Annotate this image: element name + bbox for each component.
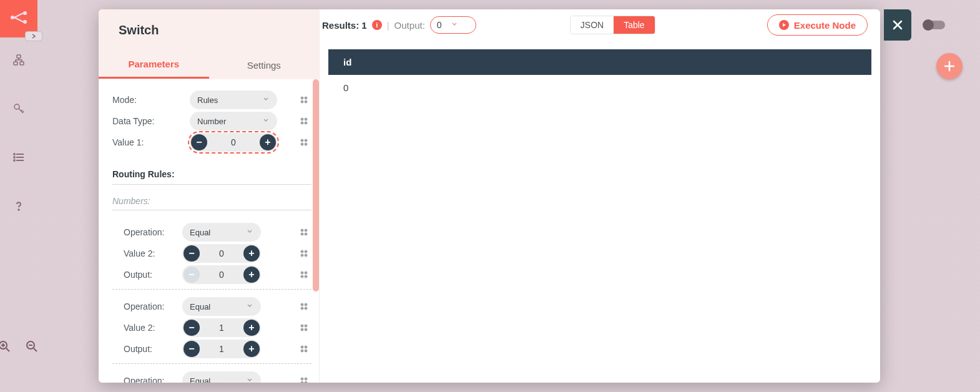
sidebar-expand-handle[interactable] bbox=[25, 31, 42, 41]
panel-body[interactable]: Mode: Rules Data Type: Number Value 1: bbox=[99, 79, 319, 383]
operation-select-2[interactable]: Equal bbox=[182, 371, 261, 383]
svg-point-45 bbox=[301, 346, 303, 348]
operation-gear-icon[interactable] bbox=[296, 376, 311, 383]
svg-point-50 bbox=[305, 378, 307, 380]
output-index-select[interactable]: 0 bbox=[430, 16, 476, 34]
svg-rect-4 bbox=[14, 62, 17, 65]
value2-decrement[interactable]: − bbox=[184, 245, 200, 262]
svg-point-46 bbox=[305, 346, 307, 348]
scrollbar-thumb[interactable] bbox=[313, 79, 319, 292]
key-icon[interactable] bbox=[11, 101, 26, 116]
chevron-down-icon bbox=[246, 302, 253, 311]
node-editor-modal: Switch Parameters Settings Mode: Rules D… bbox=[99, 9, 880, 383]
svg-rect-5 bbox=[20, 62, 24, 65]
output-decrement[interactable]: − bbox=[184, 341, 200, 357]
operation-select-1[interactable]: Equal bbox=[182, 297, 261, 316]
operation-gear-icon[interactable] bbox=[296, 227, 311, 237]
tab-parameters[interactable]: Parameters bbox=[99, 51, 209, 79]
workflow-icon bbox=[9, 10, 28, 27]
svg-point-40 bbox=[305, 307, 307, 310]
value2-stepper-0[interactable]: − 0 + bbox=[182, 244, 261, 263]
zoom-out-icon[interactable] bbox=[25, 340, 40, 355]
view-toggle: JSON Table bbox=[570, 16, 655, 34]
svg-point-10 bbox=[18, 209, 19, 210]
value1-decrement[interactable]: − bbox=[191, 134, 207, 150]
svg-point-6 bbox=[14, 104, 19, 109]
tab-settings[interactable]: Settings bbox=[209, 51, 320, 79]
help-icon[interactable] bbox=[11, 198, 26, 213]
table-row[interactable]: 0 bbox=[328, 75, 871, 100]
view-table-button[interactable]: Table bbox=[614, 16, 654, 34]
chevron-down-icon bbox=[246, 376, 253, 383]
output-label: Output: bbox=[112, 270, 182, 280]
value2-decrement[interactable]: − bbox=[184, 320, 200, 336]
rule-block-2: Operation: Equal bbox=[112, 370, 311, 383]
svg-point-24 bbox=[305, 143, 307, 145]
output-gear-icon[interactable] bbox=[296, 270, 311, 280]
value2-increment[interactable]: + bbox=[243, 320, 260, 336]
value2-gear-icon[interactable] bbox=[296, 248, 311, 258]
svg-point-43 bbox=[301, 328, 303, 331]
section-divider bbox=[112, 184, 311, 185]
datatype-options-gear-icon[interactable] bbox=[296, 116, 311, 126]
output-value[interactable]: 1 bbox=[201, 344, 242, 354]
node-title: Switch bbox=[99, 23, 319, 37]
svg-point-48 bbox=[305, 350, 307, 352]
value1-options-gear-icon[interactable] bbox=[296, 137, 311, 147]
svg-point-38 bbox=[305, 303, 307, 306]
mode-select[interactable]: Rules bbox=[190, 91, 277, 109]
output-stepper-0[interactable]: − 0 + bbox=[182, 265, 261, 284]
value1-stepper[interactable]: − 0 + bbox=[190, 133, 277, 152]
chevron-down-icon bbox=[262, 117, 270, 126]
results-label: Results: bbox=[322, 20, 359, 31]
mode-options-gear-icon[interactable] bbox=[296, 95, 311, 105]
output-increment[interactable]: + bbox=[243, 267, 260, 283]
rule-separator bbox=[112, 363, 311, 364]
list-icon[interactable] bbox=[11, 150, 26, 165]
svg-point-42 bbox=[305, 325, 307, 327]
app-logo-tile[interactable] bbox=[0, 0, 37, 37]
add-node-button[interactable] bbox=[936, 53, 963, 79]
value2-value[interactable]: 1 bbox=[201, 323, 242, 333]
svg-point-16 bbox=[305, 100, 307, 103]
output-gear-icon[interactable] bbox=[296, 344, 311, 354]
results-count: 1 bbox=[361, 20, 366, 31]
svg-point-25 bbox=[301, 229, 303, 232]
rule-block-0: Operation: Equal Value 2: − 0 + bbox=[112, 222, 311, 285]
value1-value[interactable]: 0 bbox=[208, 137, 258, 147]
svg-point-8 bbox=[14, 157, 15, 158]
svg-point-52 bbox=[305, 381, 307, 383]
output-label: Output: bbox=[394, 20, 425, 31]
mode-value: Rules bbox=[197, 96, 218, 105]
hierarchy-icon[interactable] bbox=[11, 52, 26, 67]
execute-node-button[interactable]: Execute Node bbox=[767, 14, 868, 36]
svg-point-34 bbox=[305, 272, 307, 274]
operation-select-0[interactable]: Equal bbox=[182, 223, 261, 242]
rule-block-1: Operation: Equal Value 2: − 1 + bbox=[112, 296, 311, 360]
rule-separator bbox=[112, 289, 311, 290]
value2-increment[interactable]: + bbox=[243, 245, 260, 262]
svg-point-35 bbox=[301, 275, 303, 278]
pipe-divider: | bbox=[387, 20, 390, 31]
app-sidebar bbox=[0, 0, 37, 392]
operation-gear-icon[interactable] bbox=[296, 301, 311, 311]
value2-stepper-1[interactable]: − 1 + bbox=[182, 318, 261, 337]
view-json-button[interactable]: JSON bbox=[571, 16, 614, 34]
results-panel: Results: 1 i | Output: 0 JSON Table Exec… bbox=[320, 9, 880, 383]
output-value[interactable]: 0 bbox=[201, 270, 242, 280]
column-header-id[interactable]: id bbox=[328, 49, 871, 75]
value2-value[interactable]: 0 bbox=[201, 248, 242, 258]
panel-header: Switch Parameters Settings bbox=[99, 9, 319, 79]
close-modal-button[interactable] bbox=[884, 9, 911, 41]
workflow-active-toggle[interactable] bbox=[924, 21, 945, 29]
value1-increment[interactable]: + bbox=[260, 134, 276, 150]
value2-gear-icon[interactable] bbox=[296, 323, 311, 333]
svg-point-2 bbox=[23, 20, 27, 24]
datatype-select[interactable]: Number bbox=[190, 112, 277, 130]
output-stepper-1[interactable]: − 1 + bbox=[182, 340, 261, 358]
zoom-in-icon[interactable] bbox=[0, 340, 12, 355]
output-increment[interactable]: + bbox=[243, 341, 260, 357]
svg-point-1 bbox=[23, 11, 27, 15]
info-icon[interactable]: i bbox=[372, 20, 382, 30]
operation-label: Operation: bbox=[112, 227, 182, 237]
